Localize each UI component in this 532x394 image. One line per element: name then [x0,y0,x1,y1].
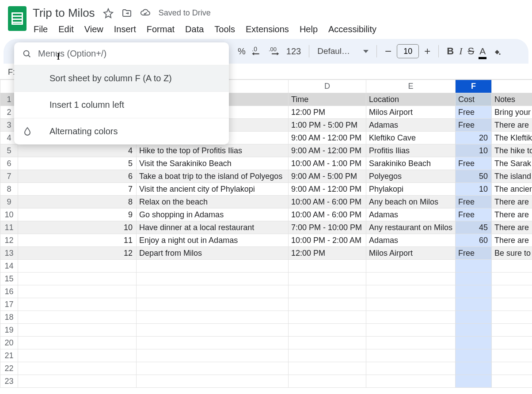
cell[interactable] [289,285,366,298]
cell[interactable]: Free [456,247,492,260]
row-header[interactable]: 17 [0,298,18,311]
cell[interactable]: Adamas [366,208,456,221]
cell[interactable]: 9:00 AM - 12:00 PM [289,132,366,144]
cell[interactable]: Free [456,157,492,170]
text-color-button[interactable]: A [479,46,486,57]
cell[interactable] [456,337,492,349]
cell[interactable] [492,311,532,324]
cell[interactable]: 7 [18,183,137,196]
cell[interactable]: There are [492,119,532,132]
cell[interactable] [492,349,532,362]
cell[interactable] [137,349,289,362]
cell[interactable] [456,311,492,324]
cell[interactable]: Profitis Ilias [366,144,456,157]
strikethrough-button[interactable]: S [468,45,475,57]
cell[interactable]: Enjoy a night out in Adamas [137,234,289,247]
cell[interactable]: 10 [456,183,492,196]
cell[interactable] [456,285,492,298]
cell[interactable] [18,337,137,349]
suggestion-insert-column[interactable]: Insert 1 column left [14,91,229,118]
cell[interactable] [366,362,456,375]
cell[interactable]: Adamas [366,119,456,132]
menu-data[interactable]: Data [185,24,204,34]
menu-accessibility[interactable]: Accessibility [328,24,376,34]
cell[interactable]: Phylakopi [366,183,456,196]
col-header-g[interactable] [492,80,532,93]
cell[interactable]: Milos Airport [366,106,456,119]
format-percent-button[interactable]: % [238,46,246,57]
cell[interactable]: Time [289,93,366,106]
cell[interactable]: Hike to the top of Profitis Ilias [137,144,289,157]
cell[interactable]: Have dinner at a local restaurant [137,221,289,234]
decrease-font-size-button[interactable]: − [385,45,391,58]
cloud-saved-icon[interactable] [140,8,151,19]
col-header-d[interactable]: D [289,80,366,93]
suggestion-sort[interactable]: Sort sheet by column F (A to Z) [14,65,229,91]
cell[interactable] [18,298,137,311]
cell[interactable] [456,349,492,362]
cell[interactable]: Any restaurant on Milos [366,221,456,234]
cell[interactable]: 50 [456,170,492,183]
row-header[interactable]: 14 [0,260,18,273]
col-header-e[interactable]: E [366,80,456,93]
cell[interactable] [366,375,456,388]
cell[interactable] [137,362,289,375]
move-folder-icon[interactable] [122,8,132,19]
cell[interactable]: Free [456,196,492,208]
increase-font-size-button[interactable]: + [424,45,430,57]
row-header[interactable]: 22 [0,362,18,375]
cell[interactable]: Visit the Sarakiniko Beach [137,157,289,170]
font-size-input[interactable]: 10 [397,44,419,58]
cell[interactable] [366,349,456,362]
cell[interactable]: 9:00 AM - 5:00 PM [289,170,366,183]
row-header[interactable]: 10 [0,208,18,221]
cell[interactable] [289,311,366,324]
cell[interactable]: There are [492,221,532,234]
row-header[interactable]: 12 [0,234,18,247]
cell[interactable] [492,375,532,388]
cell[interactable] [456,324,492,337]
cell[interactable]: Milos Airport [366,247,456,260]
cell[interactable] [366,285,456,298]
cell[interactable] [137,273,289,285]
cell[interactable] [289,260,366,273]
cell[interactable] [366,311,456,324]
cell[interactable]: The Kleftik [492,132,532,144]
cell[interactable]: 12:00 PM [289,106,366,119]
cell[interactable] [492,337,532,349]
cell[interactable]: The island [492,170,532,183]
cell[interactable]: 10 [18,221,137,234]
cell[interactable] [456,260,492,273]
cell[interactable] [492,285,532,298]
cell[interactable]: Take a boat trip to the island of Polyeg… [137,170,289,183]
row-header[interactable]: 18 [0,311,18,324]
cell[interactable] [18,324,137,337]
row-header[interactable]: 7 [0,170,18,183]
cell[interactable] [366,260,456,273]
cell[interactable]: The ancien [492,183,532,196]
cell[interactable]: Bring your [492,106,532,119]
cell[interactable]: Be sure to [492,247,532,260]
cell[interactable] [289,362,366,375]
cell[interactable]: Relax on the beach [137,196,289,208]
cell[interactable] [366,324,456,337]
menu-file[interactable]: File [34,24,48,34]
menu-help[interactable]: Help [300,24,318,34]
row-header[interactable]: 20 [0,337,18,349]
cell[interactable]: Kleftiko Cave [366,132,456,144]
cell[interactable] [456,298,492,311]
row-header[interactable]: 15 [0,273,18,285]
cell[interactable]: 7:00 PM - 10:00 PM [289,221,366,234]
font-select[interactable]: Defaul… [317,46,369,56]
cell[interactable]: 1:00 PM - 5:00 PM [289,119,366,132]
cell[interactable] [492,260,532,273]
cell[interactable] [492,324,532,337]
cell[interactable] [137,285,289,298]
cell[interactable] [137,337,289,349]
cell[interactable]: 4 [18,144,137,157]
cell[interactable]: Notes [492,93,532,106]
row-header[interactable]: 5 [0,144,18,157]
menu-edit[interactable]: Edit [58,24,73,34]
cell[interactable]: Depart from Milos [137,247,289,260]
cell[interactable] [492,298,532,311]
